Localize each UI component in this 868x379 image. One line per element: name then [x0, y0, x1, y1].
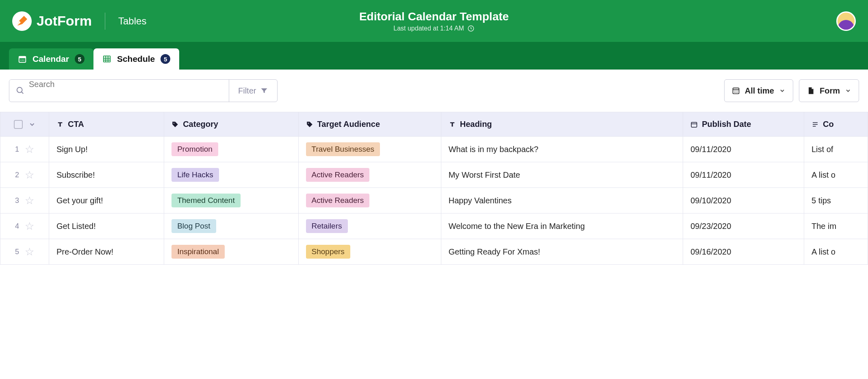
- tag-icon: [171, 121, 179, 128]
- audience-tag[interactable]: Retailers: [306, 219, 348, 233]
- table-row[interactable]: 1 ☆ Sign Up! Promotion Travel Businesses…: [0, 137, 868, 162]
- svg-rect-23: [692, 122, 697, 127]
- calendar-grid-icon: [732, 87, 740, 95]
- tag-icon: [306, 121, 313, 128]
- content-cell[interactable]: A list o: [804, 239, 868, 265]
- calendar-icon: [18, 54, 27, 63]
- star-icon[interactable]: ☆: [25, 220, 34, 233]
- cta-cell[interactable]: Pre-Order Now!: [49, 239, 164, 265]
- category-cell[interactable]: Life Hacks: [164, 162, 298, 188]
- tab-label: Calendar: [33, 54, 69, 64]
- category-tag[interactable]: Inspirational: [171, 245, 224, 259]
- heading-cell[interactable]: My Worst First Date: [441, 162, 683, 188]
- document-icon: [807, 87, 815, 95]
- publish-cell[interactable]: 09/23/2020: [683, 213, 804, 239]
- form-dropdown[interactable]: Form: [799, 79, 859, 102]
- chevron-down-icon[interactable]: [28, 121, 36, 128]
- content-cell[interactable]: List of: [804, 137, 868, 162]
- svg-point-3: [20, 60, 21, 61]
- cta-cell[interactable]: Get Listed!: [49, 213, 164, 239]
- clock-icon: [467, 25, 475, 32]
- app-name[interactable]: Tables: [118, 15, 146, 27]
- col-label: Category: [183, 120, 218, 129]
- content-cell[interactable]: 5 tips: [804, 188, 868, 213]
- star-icon[interactable]: ☆: [25, 169, 34, 181]
- row-number: 4: [15, 222, 19, 231]
- table-row[interactable]: 5 ☆ Pre-Order Now! Inspirational Shopper…: [0, 239, 868, 265]
- star-icon[interactable]: ☆: [25, 246, 34, 258]
- search-wrap: Filter: [9, 79, 278, 102]
- star-icon[interactable]: ☆: [25, 143, 34, 156]
- row-number: 2: [15, 171, 19, 179]
- data-table: CTA Category Target Audience Heading Pub…: [0, 112, 868, 265]
- table-row[interactable]: 3 ☆ Get your gift! Themed Content Active…: [0, 188, 868, 213]
- row-index-cell: 5 ☆: [0, 239, 49, 265]
- category-cell[interactable]: Blog Post: [164, 213, 298, 239]
- filter-icon: [260, 87, 268, 95]
- heading-cell[interactable]: Happy Valentines: [441, 188, 683, 213]
- audience-tag[interactable]: Shoppers: [306, 245, 350, 259]
- row-number: 1: [15, 145, 19, 154]
- paragraph-icon: [812, 121, 819, 128]
- logo-area[interactable]: JotForm Tables: [12, 11, 146, 31]
- col-content[interactable]: Co: [804, 112, 868, 137]
- calendar-icon: [690, 121, 698, 128]
- col-label: Heading: [460, 120, 492, 129]
- table-row[interactable]: 4 ☆ Get Listed! Blog Post Retailers Welc…: [0, 213, 868, 239]
- publish-cell[interactable]: 09/10/2020: [683, 188, 804, 213]
- audience-cell[interactable]: Travel Businesses: [298, 137, 441, 162]
- search-input[interactable]: [9, 80, 229, 89]
- audience-tag[interactable]: Active Readers: [306, 194, 370, 207]
- page-title[interactable]: Editorial Calendar Template: [359, 10, 509, 23]
- toolbar: Filter All time Form: [0, 70, 868, 112]
- svg-point-15: [734, 91, 735, 91]
- chevron-down-icon: [845, 87, 851, 94]
- audience-tag[interactable]: Travel Businesses: [306, 142, 380, 156]
- filter-button[interactable]: Filter: [229, 80, 277, 102]
- audience-cell[interactable]: Active Readers: [298, 162, 441, 188]
- audience-cell[interactable]: Active Readers: [298, 188, 441, 213]
- last-updated-text: Last updated at 1:14 AM: [393, 25, 464, 32]
- select-all-checkbox[interactable]: [14, 120, 23, 129]
- publish-cell[interactable]: 09/16/2020: [683, 239, 804, 265]
- category-tag[interactable]: Themed Content: [171, 194, 241, 207]
- col-category[interactable]: Category: [164, 112, 298, 137]
- audience-cell[interactable]: Shoppers: [298, 239, 441, 265]
- category-cell[interactable]: Inspirational: [164, 239, 298, 265]
- heading-cell[interactable]: Welcome to the New Era in Marketing: [441, 213, 683, 239]
- col-heading[interactable]: Heading: [441, 112, 683, 137]
- audience-tag[interactable]: Active Readers: [306, 168, 370, 182]
- cta-cell[interactable]: Get your gift!: [49, 188, 164, 213]
- heading-cell[interactable]: What is in my backpack?: [441, 137, 683, 162]
- tab-calendar[interactable]: Calendar 5: [9, 48, 93, 70]
- svg-line-12: [22, 92, 24, 94]
- time-filter-dropdown[interactable]: All time: [724, 79, 793, 102]
- col-cta[interactable]: CTA: [49, 112, 164, 137]
- row-number: 5: [15, 248, 19, 256]
- publish-cell[interactable]: 09/11/2020: [683, 162, 804, 188]
- app-header: JotForm Tables Editorial Calendar Templa…: [0, 0, 868, 42]
- heading-cell[interactable]: Getting Ready For Xmas!: [441, 239, 683, 265]
- category-cell[interactable]: Promotion: [164, 137, 298, 162]
- content-cell[interactable]: A list o: [804, 162, 868, 188]
- svg-point-16: [736, 91, 736, 91]
- category-tag[interactable]: Life Hacks: [171, 168, 219, 182]
- audience-cell[interactable]: Retailers: [298, 213, 441, 239]
- tab-schedule[interactable]: Schedule 5: [93, 48, 179, 70]
- category-tag[interactable]: Promotion: [171, 142, 218, 156]
- select-header: [0, 112, 49, 137]
- col-audience[interactable]: Target Audience: [298, 112, 441, 137]
- avatar[interactable]: [836, 11, 856, 31]
- category-cell[interactable]: Themed Content: [164, 188, 298, 213]
- table-container: CTA Category Target Audience Heading Pub…: [0, 112, 868, 265]
- logo-icon: [12, 11, 32, 31]
- cta-cell[interactable]: Sign Up!: [49, 137, 164, 162]
- row-number: 3: [15, 196, 19, 205]
- star-icon[interactable]: ☆: [25, 194, 34, 207]
- table-row[interactable]: 2 ☆ Subscribe! Life Hacks Active Readers…: [0, 162, 868, 188]
- category-tag[interactable]: Blog Post: [171, 219, 216, 233]
- content-cell[interactable]: The im: [804, 213, 868, 239]
- cta-cell[interactable]: Subscribe!: [49, 162, 164, 188]
- col-publish[interactable]: Publish Date: [683, 112, 804, 137]
- publish-cell[interactable]: 09/11/2020: [683, 137, 804, 162]
